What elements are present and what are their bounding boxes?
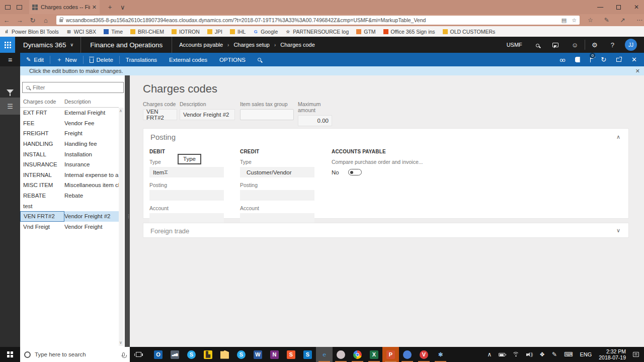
taskbar-app[interactable]: S	[283, 347, 299, 362]
bookmark-item[interactable]: ☆ PARTNERSOURCE log	[285, 29, 349, 35]
annotate-pen-icon[interactable]: ✎	[604, 17, 609, 24]
task-view-button[interactable]	[130, 347, 147, 362]
bookmark-item[interactable]: IOTRON	[172, 29, 200, 35]
taskbar-app[interactable]: ✻	[432, 347, 449, 362]
maximum-amount-input[interactable]: 0.00	[298, 115, 332, 126]
panel-splitter[interactable]: ⋮	[125, 75, 130, 347]
home-button[interactable]: ⌂	[39, 17, 52, 24]
scroll-up-icon[interactable]: ∧	[119, 109, 122, 113]
taskbar-app[interactable]: V	[416, 347, 432, 362]
list-scrollbar[interactable]: ∧ ∨	[119, 108, 124, 346]
more-options-icon[interactable]: ⋯	[636, 17, 642, 24]
table-row[interactable]: MISC ITEM Miscellaneous item ch...	[20, 180, 119, 191]
hidden-icons-chevron[interactable]: ∧	[487, 351, 492, 358]
debit-type-input[interactable]: ItemꞮ	[149, 167, 224, 177]
battery-icon[interactable]	[499, 353, 505, 356]
microphone-icon[interactable]	[122, 352, 125, 356]
charges-code-input[interactable]: VEN FRT#2	[143, 109, 177, 120]
back-button[interactable]: ←	[0, 17, 13, 24]
column-charges-code[interactable]: Charges code	[20, 99, 64, 107]
table-row[interactable]: Vnd Freigt Vendor Freight	[20, 222, 119, 232]
debit-account-input[interactable]	[149, 213, 224, 224]
taskbar-app[interactable]	[349, 347, 366, 362]
close-page-icon[interactable]: ✕	[631, 56, 637, 63]
restore-window-button[interactable]	[616, 5, 621, 10]
credit-posting-input[interactable]	[240, 190, 314, 201]
app-name[interactable]: Finance and Operations	[81, 41, 172, 49]
attachments-glasses-icon[interactable]: oo	[559, 57, 565, 63]
bookmark-item[interactable]: Office 365 Sign ins	[383, 29, 435, 35]
bookmark-item[interactable]: OLD CUSTOMERs	[443, 29, 496, 35]
minimize-button[interactable]: —	[597, 4, 603, 11]
tab-dropdown-icon[interactable]: ∨	[120, 4, 125, 11]
taskbar-app[interactable]	[333, 347, 349, 362]
bookmark-item[interactable]: Time	[104, 29, 123, 35]
wifi-icon[interactable]	[512, 352, 519, 357]
favorite-star-icon[interactable]: ☆	[572, 17, 577, 24]
dynamics-365-menu[interactable]: Dynamics 365∨	[15, 41, 80, 49]
table-row[interactable]: FREIGHT Freight	[20, 128, 119, 139]
start-button[interactable]	[0, 347, 20, 362]
table-row[interactable]: REBATE Rebate	[20, 191, 119, 201]
taskbar-app[interactable]: ▃▅▇	[167, 347, 183, 362]
list-view-icon[interactable]: ☰	[0, 98, 20, 115]
reading-view-icon[interactable]: ▤	[561, 17, 567, 24]
bookmark-item[interactable]: ⊞ WCI SBX	[66, 29, 96, 35]
address-bar[interactable]: wcsandboxd365-8-pu156a2610c18907394eaos.…	[56, 16, 580, 25]
translations-button[interactable]: Translations	[120, 53, 163, 66]
debit-posting-input[interactable]	[149, 190, 224, 201]
taskbar-search-box[interactable]: Type here to search	[20, 347, 130, 362]
options-menu[interactable]: OPTIONS	[213, 53, 252, 66]
bookmark-item[interactable]: G Google	[253, 29, 278, 35]
bookmark-item[interactable]: ıl Power Blon BI Tools	[4, 29, 59, 35]
taskbar-app[interactable]: O	[150, 347, 167, 362]
foreign-trade-section[interactable]: Foreign trade ∨	[143, 223, 629, 238]
bookmark-item[interactable]: BRI-CHEM	[130, 29, 164, 35]
table-row[interactable]: INSURANCE Insurance	[20, 159, 119, 170]
table-row[interactable]: FEE Vendor Fee	[20, 118, 119, 129]
table-row[interactable]: test	[20, 201, 119, 211]
taskbar-app[interactable]: P	[382, 347, 399, 362]
pen-tool-icon[interactable]: ✎	[552, 351, 557, 358]
app-launcher-waffle-icon[interactable]	[0, 37, 15, 53]
volume-icon[interactable]: ))	[526, 352, 532, 357]
touch-keyboard-icon[interactable]: ⌨	[564, 351, 573, 358]
description-input[interactable]: Vendor Freight #2	[180, 109, 235, 120]
filter-input[interactable]: Filter	[22, 82, 124, 93]
bookmark-item[interactable]: GTM	[356, 29, 375, 35]
office-export-icon[interactable]	[575, 57, 580, 62]
clock[interactable]: 2:32 PM 2018-07-19	[599, 348, 626, 360]
breadcrumb-charges-setup[interactable]: Charges setup	[233, 42, 270, 48]
forward-button[interactable]: →	[13, 17, 26, 24]
new-tab-button[interactable]: ＋	[107, 3, 113, 12]
notifications-flag-icon[interactable]: 0	[590, 55, 591, 64]
taskbar-app[interactable]: S	[183, 347, 200, 362]
new-button[interactable]: ＋New	[50, 53, 83, 66]
restore-tabs-icon[interactable]	[17, 5, 22, 10]
company-selector[interactable]: USMF	[500, 42, 529, 48]
favorites-hub-icon[interactable]: ☆	[588, 17, 593, 24]
user-avatar[interactable]: JJ	[625, 39, 637, 51]
compare-toggle-switch[interactable]	[348, 169, 362, 175]
taskbar-app[interactable]: W	[250, 347, 266, 362]
taskbar-app[interactable]: ℮	[316, 347, 333, 362]
taskbar-app[interactable]: ▙	[200, 347, 216, 362]
external-codes-button[interactable]: External codes	[163, 53, 213, 66]
refresh-button[interactable]: ↻	[26, 17, 39, 24]
notification-close-icon[interactable]: ✕	[635, 68, 640, 74]
actionpane-search-icon[interactable]	[252, 53, 267, 66]
dropbox-icon[interactable]: ❖	[539, 351, 545, 358]
table-row[interactable]: INTERNAL Internal expense to a l...	[20, 170, 119, 180]
language-indicator[interactable]: ENG	[580, 351, 592, 357]
table-row[interactable]: INSTALL Installation	[20, 149, 119, 159]
filter-funnel-icon[interactable]	[7, 89, 14, 96]
breadcrumb-accounts-payable[interactable]: Accounts payable	[179, 42, 223, 48]
smiley-icon[interactable]: ☺	[565, 41, 585, 49]
taskbar-app[interactable]	[399, 347, 416, 362]
bookmark-item[interactable]: IHL	[230, 29, 246, 35]
share-icon[interactable]: ↗	[620, 17, 625, 24]
collapse-chevron-icon[interactable]: ∧	[616, 134, 620, 140]
table-row[interactable]: HANDLING Handling fee	[20, 139, 119, 149]
settings-gear-icon[interactable]: ⚙	[585, 41, 604, 49]
delete-button[interactable]: Delete	[84, 53, 119, 66]
